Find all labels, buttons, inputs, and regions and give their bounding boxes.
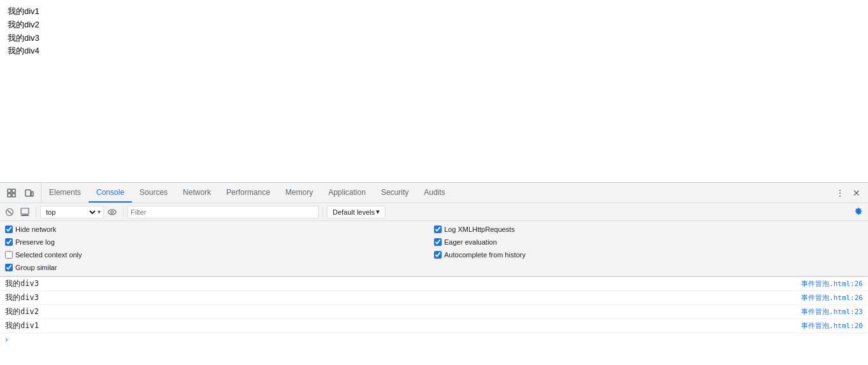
content-line-3: 我的div3 bbox=[8, 32, 860, 45]
content-line-1: 我的div1 bbox=[8, 5, 860, 18]
content-line-2: 我的div2 bbox=[8, 18, 860, 32]
page-content: 我的div1 我的div2 我的div3 我的div4 bbox=[0, 0, 868, 182]
content-line-4: 我的div4 bbox=[8, 45, 860, 58]
